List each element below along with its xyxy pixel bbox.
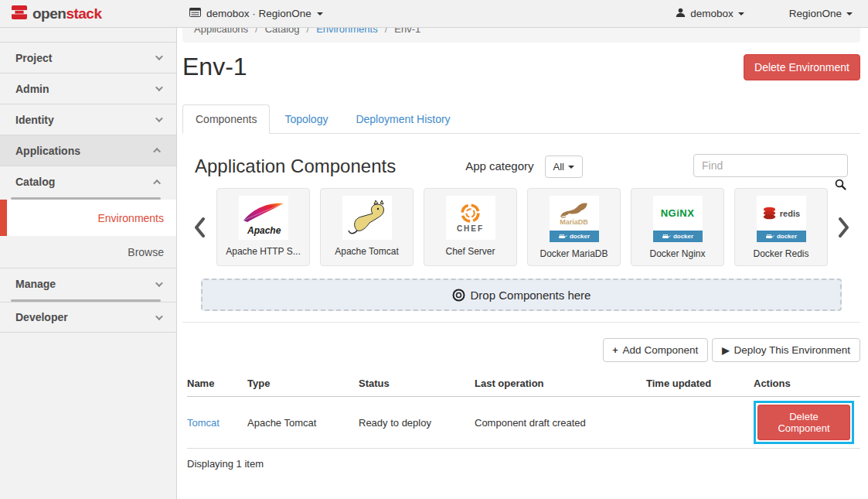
table-row: Tomcat Apache Tomcat Ready to deploy Com… [187, 397, 860, 449]
deploy-environment-button[interactable]: ▶ Deploy This Environment [712, 338, 860, 362]
component-name-link[interactable]: Tomcat [187, 417, 220, 429]
top-navbar: openstack demobox · RegionOne demobox [0, 0, 868, 28]
sidebar: Project Admin Identity Applications Cata… [0, 28, 177, 499]
component-card-label: Apache Tomcat [335, 246, 399, 257]
sidebar-item-label: Developer [15, 311, 68, 323]
openstack-logo[interactable]: openstack [0, 4, 177, 24]
tab-topology[interactable]: Topology [271, 104, 341, 134]
docker-badge-text: docker [777, 233, 797, 240]
drop-components-zone[interactable]: Drop Components here [201, 279, 842, 311]
table-footer: Displaying 1 item [182, 449, 860, 470]
column-header-status: Status [359, 371, 475, 397]
add-component-button[interactable]: + Add Component [603, 338, 709, 362]
context-switcher-label: demobox · RegionOne [206, 8, 311, 19]
docker-badge-text: docker [570, 233, 590, 240]
docker-badge: docker [653, 231, 703, 242]
sidebar-item-admin[interactable]: Admin [0, 73, 176, 104]
play-icon: ▶ [722, 345, 729, 356]
region-menu[interactable]: RegionOne [789, 8, 853, 19]
redis-logo: redis docker [757, 196, 806, 242]
chevron-down-icon [155, 84, 163, 91]
environment-actions: + Add Component ▶ Deploy This Environmen… [182, 338, 860, 362]
redis-logo-text: redis [780, 209, 800, 218]
components-carousel: Apache Apache HTTP S... Apache Tomcat [182, 188, 860, 266]
region-menu-label: RegionOne [789, 8, 842, 19]
components-table: Name Type Status Last operation Time upd… [187, 371, 860, 449]
docker-whale-icon [558, 233, 567, 240]
add-component-label: Add Component [623, 344, 699, 356]
caret-down-icon [846, 12, 853, 15]
component-status-cell: Ready to deploy [359, 397, 475, 449]
chevron-up-icon [153, 179, 161, 186]
sidebar-item-label: Identity [15, 114, 54, 126]
component-card-apache-tomcat[interactable]: Apache Tomcat [320, 188, 414, 266]
column-header-type: Type [247, 371, 359, 397]
carousel-next-button[interactable] [828, 188, 860, 266]
table-header-row: Name Type Status Last operation Time upd… [187, 371, 860, 397]
component-card-label: Docker Redis [753, 248, 808, 259]
column-header-last-operation: Last operation [475, 371, 646, 397]
tab-deployment-history[interactable]: Deployment History [342, 104, 463, 134]
main-content: Applications / Catalog / Environments / … [177, 0, 868, 470]
column-header-name: Name [187, 371, 247, 397]
drop-zone-text: Drop Components here [471, 289, 591, 302]
column-header-actions: Actions [754, 371, 860, 397]
plus-icon: + [613, 345, 618, 356]
sidebar-item-identity[interactable]: Identity [0, 104, 176, 135]
component-card-apache-http[interactable]: Apache Apache HTTP S... [216, 188, 310, 266]
sidebar-item-environments-active[interactable]: Environments [0, 200, 176, 236]
app-category-label: App category [465, 154, 533, 179]
page-header: Env-1 Delete Environment [182, 53, 860, 81]
find-input[interactable] [693, 154, 848, 177]
sidebar-item-label: Applications [15, 145, 80, 157]
chevron-down-icon [155, 313, 163, 320]
component-card-chef-server[interactable]: CHEF Chef Server [424, 188, 517, 266]
tab-components[interactable]: Components [182, 104, 270, 134]
component-card-docker-redis[interactable]: redis docker Docker Redi [734, 188, 828, 266]
user-menu[interactable]: demobox [676, 8, 744, 20]
section-divider [182, 322, 860, 323]
column-header-time-updated: Time updated [646, 371, 754, 397]
highlight-frame: Delete Component [754, 401, 854, 444]
project-context-switcher[interactable]: demobox · RegionOne [189, 8, 323, 19]
category-filter-dropdown[interactable]: All [545, 156, 583, 178]
sidebar-item-applications[interactable]: Applications [0, 135, 176, 166]
topbar-right: demobox RegionOne [676, 8, 868, 20]
sidebar-item-developer[interactable]: Developer [0, 302, 176, 333]
carousel-prev-button[interactable] [182, 188, 216, 266]
sidebar-item-manage[interactable]: Manage [0, 268, 176, 299]
user-icon [676, 8, 686, 20]
chevron-down-icon [155, 279, 163, 287]
mariadb-logo: MariaDB docker [550, 196, 599, 242]
sidebar-item-browse[interactable]: Browse [0, 236, 176, 268]
component-card-docker-mariadb[interactable]: MariaDB docker Docker Ma [527, 188, 621, 266]
user-menu-label: demobox [690, 8, 734, 19]
deploy-environment-label: Deploy This Environment [734, 344, 850, 356]
nginx-logo: NGiNX docker [653, 196, 703, 242]
apache-http-logo: Apache [239, 196, 288, 240]
delete-environment-button[interactable]: Delete Environment [744, 54, 860, 80]
sidebar-clipped-row [0, 28, 176, 43]
docker-whale-icon [662, 233, 671, 240]
sidebar-item-project[interactable]: Project [0, 43, 176, 73]
chevron-right-icon [839, 217, 849, 238]
sidebar-item-label: Admin [15, 83, 49, 95]
search-icon[interactable] [835, 179, 846, 193]
chevron-down-icon [155, 53, 163, 60]
chevron-down-icon [155, 114, 163, 122]
caret-down-icon [568, 166, 574, 169]
page-title: Env-1 [182, 53, 247, 81]
component-cards: Apache Apache HTTP S... Apache Tomcat [216, 188, 828, 266]
sidebar-item-catalog[interactable]: Catalog [0, 166, 176, 197]
component-time-updated-cell [646, 397, 754, 449]
component-card-label: Apache HTTP S... [226, 246, 301, 257]
component-card-label: Docker Nginx [649, 248, 705, 259]
openstack-logo-icon [11, 4, 28, 24]
caret-down-icon [317, 12, 323, 15]
tab-bar: Components Topology Deployment History [182, 104, 860, 134]
component-card-docker-nginx[interactable]: NGiNX docker Docker Nginx [631, 188, 724, 266]
tomcat-logo [342, 196, 392, 240]
delete-component-button[interactable]: Delete Component [757, 405, 850, 440]
find-wrap [693, 154, 848, 177]
category-filter-value: All [553, 161, 564, 173]
